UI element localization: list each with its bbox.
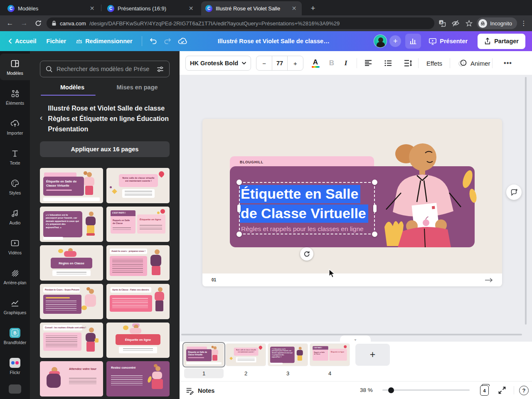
page-number-1[interactable]: 1	[184, 368, 224, 378]
filmstrip-collapse-notch[interactable]: ⌄	[340, 335, 371, 342]
add-page-button[interactable]: +	[355, 344, 390, 366]
back-chevron-icon[interactable]: ‹	[40, 113, 42, 134]
bullet-list-button[interactable]	[382, 57, 395, 70]
slide-title-text[interactable]: Étiquette en Salle de Classe Virtuelle	[240, 184, 379, 223]
italic-button[interactable]: I	[339, 57, 352, 70]
template-thumbnail-9[interactable]: Conseil : les routines d'étude sont util…	[40, 323, 103, 358]
add-comment-button[interactable]	[506, 185, 522, 200]
selection-handle-right[interactable]	[373, 204, 377, 212]
page-number-3[interactable]: 3	[268, 368, 308, 378]
rail-item-templates[interactable]: Modèles	[0, 54, 30, 80]
rail-item-elements[interactable]: Éléments	[0, 84, 30, 110]
font-size-decrease[interactable]: −	[256, 56, 272, 70]
browser-tab-presentations[interactable]: C Présentations (16:9) ✕	[103, 1, 199, 15]
page-thumb-4[interactable]: C'EST PARTI ! Rappels en Salle de Classe…	[310, 344, 350, 366]
animate-button[interactable]: Animer	[455, 56, 494, 71]
template-thumbnail-5[interactable]: Règles en Classe	[40, 245, 103, 281]
selection-handle-top-right[interactable]	[372, 180, 377, 185]
help-button[interactable]: ?	[519, 386, 529, 395]
selection-handle-left[interactable]	[237, 204, 241, 212]
rail-item-text[interactable]: Texte	[0, 143, 30, 170]
selection-handle-bottom-left[interactable]	[236, 232, 242, 237]
line-spacing-button[interactable]	[401, 57, 415, 70]
share-button[interactable]: Partager	[478, 34, 525, 49]
slide-page-1[interactable]: BLOUGHILL	[202, 119, 502, 286]
zoom-slider-knob[interactable]	[388, 387, 394, 393]
document-title[interactable]: Illustré Rose et Violet Salle de classe …	[218, 38, 330, 44]
template-thumbnail-4[interactable]: C'EST PARTI ! Rappels en Salle de Classe…	[106, 207, 170, 242]
eye-off-icon[interactable]	[450, 18, 461, 29]
file-menu-button[interactable]: Fichier	[42, 34, 71, 49]
filter-sliders-icon[interactable]	[156, 65, 164, 73]
effects-button[interactable]: Effets	[422, 56, 446, 71]
home-button[interactable]: Accueil	[7, 34, 42, 49]
template-thumbnail-11[interactable]: Attendez votre tour	[40, 361, 103, 397]
rail-item-styles[interactable]: Styles	[0, 173, 30, 200]
url-address-field[interactable]: canva.com /design/DAFBFKwSuRY/4YzqPEd-2R…	[47, 17, 434, 29]
translate-icon[interactable]: A	[437, 18, 448, 29]
zoom-slider-track[interactable]	[382, 389, 470, 391]
bold-button[interactable]: B	[325, 57, 338, 70]
slide-subtitle-text[interactable]: Règles et rappels pour les classes en li…	[241, 225, 364, 233]
notes-button[interactable]: Notes	[185, 385, 214, 397]
tab-templates[interactable]: Modèles	[40, 84, 105, 96]
rail-item-videos[interactable]: Vidéos	[0, 233, 30, 260]
template-thumbnail-6[interactable]: Avant le cours : préparez-vous !	[106, 245, 170, 281]
selection-handle-top-left[interactable]	[236, 180, 242, 185]
browser-tab-active[interactable]: C Illustré Rose et Violet Salle ✕	[201, 1, 302, 15]
browser-menu-icon[interactable]: ⋮	[520, 20, 528, 27]
template-thumbnail-2[interactable]: Notre salle de classe virtuelle est main…	[106, 168, 170, 203]
rail-item-upload[interactable]: Importer	[0, 113, 30, 140]
more-options-button[interactable]: •••	[499, 56, 517, 71]
page-thumb-2[interactable]: Notre salle de classe virtuelle est main…	[226, 344, 266, 366]
fullscreen-button[interactable]	[498, 386, 507, 395]
reload-button[interactable]	[32, 17, 44, 29]
page-grid-button[interactable]: 4	[480, 385, 489, 396]
tab-close-icon[interactable]: ✕	[187, 5, 195, 12]
resize-button[interactable]: Redimensionner	[71, 34, 138, 49]
align-button[interactable]	[362, 57, 375, 70]
rail-item-flickr[interactable]: Flickr	[0, 353, 30, 379]
insights-button[interactable]	[405, 34, 421, 49]
back-button[interactable]: ←	[4, 17, 16, 29]
undo-button[interactable]	[146, 34, 160, 49]
template-thumbnail-7[interactable]: Pendant le Cours : Soyez Présent	[40, 284, 103, 319]
font-family-select[interactable]: HK Grotesk Bold	[185, 56, 251, 71]
template-thumbnail-8[interactable]: Après la Classe : Faites vos devoirs	[106, 284, 170, 319]
rotate-handle[interactable]	[300, 247, 313, 261]
template-thumbnail-3[interactable]: « L'éducation est le passeport pour l'av…	[40, 207, 103, 242]
browser-tab-modeles[interactable]: C Modèles ✕	[3, 1, 100, 15]
design-canvas[interactable]: BLOUGHILL	[180, 75, 532, 342]
template-thumbnail-10[interactable]: Étiquette en ligne	[106, 323, 170, 358]
rail-item-more-app-icon[interactable]	[9, 384, 21, 394]
rail-item-charts[interactable]: Graphiques	[0, 293, 30, 320]
new-tab-button[interactable]: +	[308, 3, 318, 14]
selection-handle-bottom-right[interactable]	[372, 232, 377, 237]
page-number-4[interactable]: 4	[310, 368, 350, 378]
font-size-increase[interactable]: +	[288, 56, 303, 70]
user-avatar[interactable]	[374, 34, 387, 48]
bookmark-star-icon[interactable]	[463, 18, 474, 29]
tab-close-icon[interactable]: ✕	[89, 5, 96, 12]
tab-layouts[interactable]: Mises en page	[105, 84, 170, 96]
redo-button[interactable]	[160, 34, 175, 49]
search-box[interactable]	[40, 61, 170, 77]
vertical-scrollbar[interactable]	[525, 77, 527, 325]
present-button[interactable]: Présenter	[424, 34, 473, 49]
search-input[interactable]	[57, 66, 153, 72]
add-member-button[interactable]: +	[389, 35, 401, 47]
tab-close-icon[interactable]: ✕	[291, 5, 298, 12]
page-thumb-1[interactable]: Étiquette en Salle de Classe Virtuelle	[184, 344, 224, 366]
rail-item-brandfolder[interactable]: B Brandfolder	[0, 323, 30, 350]
rail-item-background[interactable]: Arrière-plan	[0, 263, 30, 290]
template-thumbnail-1[interactable]: Étiquette en Salle de Classe Virtuelle	[40, 168, 103, 203]
page-thumb-3[interactable]: « L'éducation est le passeport pour l'av…	[268, 344, 308, 366]
template-thumbnail-12[interactable]: Restez concentré	[106, 361, 170, 397]
forward-button[interactable]: →	[18, 17, 30, 29]
slide-character-illustration[interactable]	[372, 140, 480, 247]
rail-item-audio[interactable]: Audio	[0, 203, 30, 230]
apply-all-pages-button[interactable]: Appliquer aux 16 pages	[40, 141, 170, 157]
font-size-value[interactable]: 77	[272, 56, 287, 70]
text-color-button[interactable]: A	[308, 57, 323, 70]
page-number-2[interactable]: 2	[226, 368, 266, 378]
